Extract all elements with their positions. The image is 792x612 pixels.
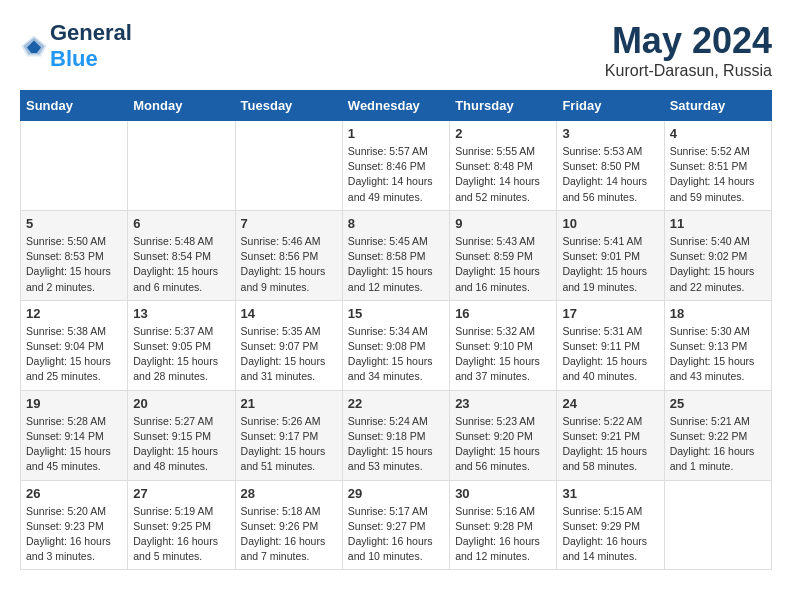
day-info: Sunrise: 5:57 AMSunset: 8:46 PMDaylight:… (348, 144, 444, 205)
day-info: Sunrise: 5:31 AMSunset: 9:11 PMDaylight:… (562, 324, 658, 385)
day-number: 25 (670, 396, 766, 411)
header-tuesday: Tuesday (235, 91, 342, 121)
title-area: May 2024 Kurort-Darasun, Russia (605, 20, 772, 80)
day-number: 10 (562, 216, 658, 231)
calendar-cell: 23Sunrise: 5:23 AMSunset: 9:20 PMDayligh… (450, 390, 557, 480)
header-wednesday: Wednesday (342, 91, 449, 121)
day-number: 28 (241, 486, 337, 501)
header-monday: Monday (128, 91, 235, 121)
day-info: Sunrise: 5:48 AMSunset: 8:54 PMDaylight:… (133, 234, 229, 295)
day-info: Sunrise: 5:55 AMSunset: 8:48 PMDaylight:… (455, 144, 551, 205)
day-number: 24 (562, 396, 658, 411)
calendar-cell (664, 480, 771, 570)
day-info: Sunrise: 5:50 AMSunset: 8:53 PMDaylight:… (26, 234, 122, 295)
week-row-2: 5Sunrise: 5:50 AMSunset: 8:53 PMDaylight… (21, 210, 772, 300)
day-number: 7 (241, 216, 337, 231)
day-number: 3 (562, 126, 658, 141)
logo-text: General Blue (50, 20, 132, 72)
logo: General Blue (20, 20, 132, 72)
day-number: 15 (348, 306, 444, 321)
calendar-cell (128, 121, 235, 211)
day-number: 17 (562, 306, 658, 321)
day-number: 2 (455, 126, 551, 141)
day-number: 9 (455, 216, 551, 231)
location-title: Kurort-Darasun, Russia (605, 62, 772, 80)
logo-icon (20, 32, 48, 60)
day-number: 12 (26, 306, 122, 321)
week-row-1: 1Sunrise: 5:57 AMSunset: 8:46 PMDaylight… (21, 121, 772, 211)
page-header: General Blue May 2024 Kurort-Darasun, Ru… (20, 20, 772, 80)
calendar-cell: 10Sunrise: 5:41 AMSunset: 9:01 PMDayligh… (557, 210, 664, 300)
calendar-cell (235, 121, 342, 211)
calendar-cell (21, 121, 128, 211)
calendar-cell: 22Sunrise: 5:24 AMSunset: 9:18 PMDayligh… (342, 390, 449, 480)
day-info: Sunrise: 5:52 AMSunset: 8:51 PMDaylight:… (670, 144, 766, 205)
day-info: Sunrise: 5:43 AMSunset: 8:59 PMDaylight:… (455, 234, 551, 295)
day-info: Sunrise: 5:16 AMSunset: 9:28 PMDaylight:… (455, 504, 551, 565)
day-info: Sunrise: 5:46 AMSunset: 8:56 PMDaylight:… (241, 234, 337, 295)
header-sunday: Sunday (21, 91, 128, 121)
calendar-table: SundayMondayTuesdayWednesdayThursdayFrid… (20, 90, 772, 570)
day-info: Sunrise: 5:30 AMSunset: 9:13 PMDaylight:… (670, 324, 766, 385)
calendar-cell: 28Sunrise: 5:18 AMSunset: 9:26 PMDayligh… (235, 480, 342, 570)
day-number: 16 (455, 306, 551, 321)
day-number: 6 (133, 216, 229, 231)
day-info: Sunrise: 5:53 AMSunset: 8:50 PMDaylight:… (562, 144, 658, 205)
day-info: Sunrise: 5:20 AMSunset: 9:23 PMDaylight:… (26, 504, 122, 565)
calendar-cell: 2Sunrise: 5:55 AMSunset: 8:48 PMDaylight… (450, 121, 557, 211)
calendar-cell: 15Sunrise: 5:34 AMSunset: 9:08 PMDayligh… (342, 300, 449, 390)
day-number: 29 (348, 486, 444, 501)
calendar-cell: 19Sunrise: 5:28 AMSunset: 9:14 PMDayligh… (21, 390, 128, 480)
calendar-cell: 17Sunrise: 5:31 AMSunset: 9:11 PMDayligh… (557, 300, 664, 390)
calendar-cell: 14Sunrise: 5:35 AMSunset: 9:07 PMDayligh… (235, 300, 342, 390)
week-row-5: 26Sunrise: 5:20 AMSunset: 9:23 PMDayligh… (21, 480, 772, 570)
day-info: Sunrise: 5:27 AMSunset: 9:15 PMDaylight:… (133, 414, 229, 475)
day-number: 19 (26, 396, 122, 411)
day-info: Sunrise: 5:23 AMSunset: 9:20 PMDaylight:… (455, 414, 551, 475)
calendar-cell: 31Sunrise: 5:15 AMSunset: 9:29 PMDayligh… (557, 480, 664, 570)
day-info: Sunrise: 5:19 AMSunset: 9:25 PMDaylight:… (133, 504, 229, 565)
calendar-cell: 12Sunrise: 5:38 AMSunset: 9:04 PMDayligh… (21, 300, 128, 390)
day-number: 20 (133, 396, 229, 411)
day-info: Sunrise: 5:40 AMSunset: 9:02 PMDaylight:… (670, 234, 766, 295)
day-number: 13 (133, 306, 229, 321)
calendar-cell: 21Sunrise: 5:26 AMSunset: 9:17 PMDayligh… (235, 390, 342, 480)
day-info: Sunrise: 5:18 AMSunset: 9:26 PMDaylight:… (241, 504, 337, 565)
day-number: 30 (455, 486, 551, 501)
calendar-cell: 24Sunrise: 5:22 AMSunset: 9:21 PMDayligh… (557, 390, 664, 480)
day-number: 22 (348, 396, 444, 411)
day-number: 21 (241, 396, 337, 411)
week-row-3: 12Sunrise: 5:38 AMSunset: 9:04 PMDayligh… (21, 300, 772, 390)
day-info: Sunrise: 5:35 AMSunset: 9:07 PMDaylight:… (241, 324, 337, 385)
calendar-cell: 29Sunrise: 5:17 AMSunset: 9:27 PMDayligh… (342, 480, 449, 570)
calendar-cell: 18Sunrise: 5:30 AMSunset: 9:13 PMDayligh… (664, 300, 771, 390)
calendar-cell: 1Sunrise: 5:57 AMSunset: 8:46 PMDaylight… (342, 121, 449, 211)
calendar-cell: 3Sunrise: 5:53 AMSunset: 8:50 PMDaylight… (557, 121, 664, 211)
calendar-cell: 25Sunrise: 5:21 AMSunset: 9:22 PMDayligh… (664, 390, 771, 480)
day-number: 1 (348, 126, 444, 141)
calendar-cell: 13Sunrise: 5:37 AMSunset: 9:05 PMDayligh… (128, 300, 235, 390)
day-number: 4 (670, 126, 766, 141)
day-info: Sunrise: 5:41 AMSunset: 9:01 PMDaylight:… (562, 234, 658, 295)
day-info: Sunrise: 5:26 AMSunset: 9:17 PMDaylight:… (241, 414, 337, 475)
day-number: 14 (241, 306, 337, 321)
day-info: Sunrise: 5:15 AMSunset: 9:29 PMDaylight:… (562, 504, 658, 565)
day-info: Sunrise: 5:24 AMSunset: 9:18 PMDaylight:… (348, 414, 444, 475)
month-title: May 2024 (605, 20, 772, 62)
day-info: Sunrise: 5:45 AMSunset: 8:58 PMDaylight:… (348, 234, 444, 295)
calendar-cell: 30Sunrise: 5:16 AMSunset: 9:28 PMDayligh… (450, 480, 557, 570)
day-number: 26 (26, 486, 122, 501)
calendar-cell: 8Sunrise: 5:45 AMSunset: 8:58 PMDaylight… (342, 210, 449, 300)
day-info: Sunrise: 5:34 AMSunset: 9:08 PMDaylight:… (348, 324, 444, 385)
calendar-cell: 4Sunrise: 5:52 AMSunset: 8:51 PMDaylight… (664, 121, 771, 211)
day-number: 5 (26, 216, 122, 231)
calendar-cell: 9Sunrise: 5:43 AMSunset: 8:59 PMDaylight… (450, 210, 557, 300)
day-number: 23 (455, 396, 551, 411)
calendar-cell: 27Sunrise: 5:19 AMSunset: 9:25 PMDayligh… (128, 480, 235, 570)
day-info: Sunrise: 5:38 AMSunset: 9:04 PMDaylight:… (26, 324, 122, 385)
week-row-4: 19Sunrise: 5:28 AMSunset: 9:14 PMDayligh… (21, 390, 772, 480)
day-number: 11 (670, 216, 766, 231)
header-saturday: Saturday (664, 91, 771, 121)
day-info: Sunrise: 5:21 AMSunset: 9:22 PMDaylight:… (670, 414, 766, 475)
calendar-cell: 16Sunrise: 5:32 AMSunset: 9:10 PMDayligh… (450, 300, 557, 390)
